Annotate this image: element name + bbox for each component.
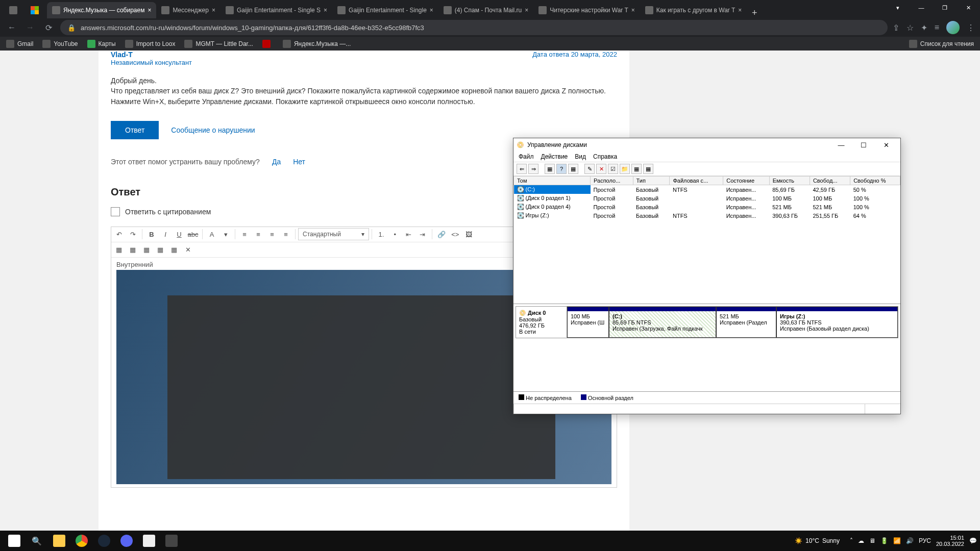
bookmark-item[interactable]: MGMT — Little Dar... — [184, 40, 253, 48]
menu-item[interactable]: Вид — [575, 153, 586, 160]
align-center-button[interactable]: ≡ — [252, 228, 265, 241]
report-abuse-link[interactable]: Сообщение о нарушении — [171, 126, 255, 134]
table-del-button[interactable]: ▦ — [154, 243, 167, 256]
table-row[interactable]: 💽 (C:)ПростойБазовыйNTFSИсправен...85,69… — [514, 185, 900, 194]
close-icon[interactable]: × — [631, 7, 635, 14]
wifi-icon[interactable]: 📶 — [893, 537, 901, 544]
toolbar-icon[interactable]: 📁 — [620, 164, 630, 174]
table-header[interactable]: Свободно % — [850, 177, 900, 185]
back-button[interactable]: ← — [5, 23, 18, 32]
address-bar[interactable]: 🔒 answers.microsoft.com/ru-ru/windows/fo… — [60, 20, 888, 35]
chrome-icon[interactable] — [70, 531, 93, 551]
reload-button[interactable]: ⟳ — [42, 23, 55, 33]
menu-item[interactable]: Действие — [541, 153, 568, 160]
partition[interactable]: 100 МБИсправен (Ш — [567, 307, 609, 338]
close-icon[interactable]: × — [738, 7, 742, 14]
table-header[interactable]: Располо... — [591, 177, 633, 185]
steam-icon[interactable] — [93, 531, 115, 551]
table-merge-button[interactable]: ▦ — [167, 243, 181, 256]
forward-button[interactable]: → — [23, 23, 37, 32]
search-button[interactable]: 🔍 — [26, 531, 48, 551]
menu-item[interactable]: Файл — [519, 153, 534, 160]
toolbar-icon[interactable]: ☑ — [608, 164, 618, 174]
reading-list-button[interactable]: Список для чтения — [909, 40, 974, 48]
toolbar-icon[interactable]: ▦ — [545, 164, 555, 174]
window-minimize-icon[interactable]: — — [830, 141, 852, 149]
toolbar-icon[interactable]: ▦ — [631, 164, 642, 174]
start-button[interactable] — [3, 531, 26, 551]
tray-icon[interactable]: 🔋 — [880, 537, 888, 544]
table-header[interactable]: Файловая с... — [670, 177, 723, 185]
reply-button[interactable]: Ответ — [111, 121, 159, 139]
new-tab-button[interactable]: + — [747, 8, 762, 18]
tray-chevron-icon[interactable]: ˄ — [850, 537, 853, 544]
tab-item[interactable]: Как играть с другом в War T× — [640, 2, 747, 18]
chrome-min-icon[interactable]: ▾ — [886, 0, 910, 15]
tab-item[interactable]: Gaijin Entertainment - Single S× — [220, 2, 332, 18]
underline-button[interactable]: U — [173, 228, 186, 241]
help-icon[interactable]: ? — [556, 164, 567, 174]
window-close-icon[interactable]: ✕ — [957, 0, 980, 15]
table-button[interactable]: ▦ — [112, 243, 126, 256]
quote-checkbox[interactable] — [111, 207, 120, 216]
partition[interactable]: 521 МБИсправен (Раздел — [716, 307, 776, 338]
italic-button[interactable]: I — [159, 228, 172, 241]
back-icon[interactable]: ⇐ — [517, 164, 527, 174]
table-row[interactable]: 💽 Игры (Z:)ПростойБазовыйNTFSИсправен...… — [514, 211, 900, 220]
helpful-yes[interactable]: Да — [272, 158, 281, 166]
forward-icon[interactable]: ⇒ — [528, 164, 538, 174]
bookmark-item[interactable]: Карты — [87, 40, 116, 48]
dropdown-icon[interactable]: ▾ — [219, 228, 232, 241]
tray-icon[interactable]: 🖥 — [869, 537, 875, 544]
table-row[interactable]: 💽 (Диск 0 раздел 4)ПростойБазовыйИсправе… — [514, 203, 900, 211]
language-indicator[interactable]: РУС — [919, 537, 931, 544]
align-justify-button[interactable]: ≡ — [279, 228, 292, 241]
table-row-button[interactable]: ▦ — [126, 243, 139, 256]
tab-item[interactable]: Gaijin Entertainment - Single× — [332, 2, 438, 18]
close-icon[interactable]: × — [212, 7, 215, 14]
redo-button[interactable]: ↷ — [126, 228, 139, 241]
tab-item[interactable] — [26, 2, 47, 18]
clock[interactable]: 15:01 20.03.2022 — [936, 535, 964, 547]
image-button[interactable]: 🖼 — [462, 228, 476, 241]
delete-icon[interactable]: ✕ — [596, 164, 606, 174]
table-row[interactable]: 💽 (Диск 0 раздел 1)ПростойБазовыйИсправе… — [514, 194, 900, 203]
notifications-icon[interactable]: 💬 — [969, 537, 977, 544]
toolbar-icon[interactable]: ▦ — [568, 164, 578, 174]
partition[interactable]: Игры (Z:)390,63 ГБ NTFSИсправен (Базовый… — [776, 307, 898, 338]
close-icon[interactable]: × — [430, 7, 433, 14]
share-icon[interactable]: ⇪ — [893, 23, 899, 33]
extensions-icon[interactable]: ✦ — [921, 23, 927, 33]
indent-button[interactable]: ⇥ — [416, 228, 429, 241]
onedrive-icon[interactable]: ☁ — [858, 537, 864, 544]
bookmark-item[interactable]: Gmail — [6, 40, 33, 48]
close-icon[interactable]: × — [525, 7, 528, 14]
align-left-button[interactable]: ≡ — [238, 228, 251, 241]
app-icon[interactable] — [160, 531, 183, 551]
helpful-no[interactable]: Нет — [293, 158, 305, 166]
window-minimize-icon[interactable]: — — [910, 0, 933, 15]
undo-button[interactable]: ↶ — [112, 228, 126, 241]
table-header[interactable]: Свобод... — [810, 177, 850, 185]
reading-list-icon[interactable]: ≡ — [935, 23, 939, 32]
window-maximize-icon[interactable]: ☐ — [852, 141, 875, 149]
tab-item[interactable] — [4, 2, 26, 18]
bookmark-item[interactable]: YouTube — [42, 40, 78, 48]
tab-item[interactable]: Читерские настройки War T× — [533, 2, 640, 18]
unordered-list-button[interactable]: • — [388, 228, 402, 241]
author-name[interactable]: Vlad-T — [111, 51, 192, 59]
table-header[interactable]: Том — [514, 177, 591, 185]
window-close-icon[interactable]: ✕ — [875, 141, 897, 149]
close-icon[interactable]: × — [148, 7, 151, 14]
partition[interactable]: (C:)85,69 ГБ NTFSИсправен (Загрузка, Фай… — [609, 307, 716, 338]
bookmark-item[interactable]: Import to Loox — [125, 40, 176, 48]
table-header[interactable]: Состояние — [723, 177, 769, 185]
weather-widget[interactable]: ☀️ 10°C Sunny — [795, 537, 840, 544]
close-icon[interactable]: × — [324, 7, 327, 14]
volume-icon[interactable]: 🔊 — [906, 537, 914, 544]
tab-item[interactable]: Мессенджер× — [156, 2, 220, 18]
outdent-button[interactable]: ⇤ — [402, 228, 415, 241]
volume-table[interactable]: ТомРасполо...ТипФайловая с...СостояниеЕм… — [513, 176, 900, 220]
window-restore-icon[interactable]: ❐ — [933, 0, 957, 15]
strike-button[interactable]: abc — [186, 228, 200, 241]
